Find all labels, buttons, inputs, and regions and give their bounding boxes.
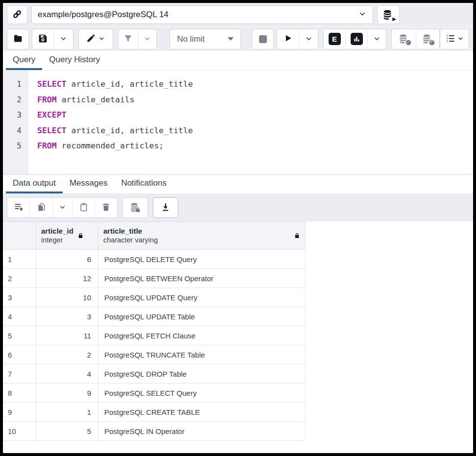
cell-article-title[interactable]: PostgreSQL DROP Table bbox=[98, 364, 306, 384]
column-header-article-title[interactable]: article_title character varying bbox=[98, 221, 306, 250]
table-row: 105PostgreSQL IN Operator bbox=[3, 422, 473, 441]
add-row-button[interactable] bbox=[7, 198, 30, 217]
cell-article-id[interactable]: 1 bbox=[36, 403, 98, 422]
cell-article-id[interactable]: 11 bbox=[36, 326, 98, 345]
explain-analyze-button[interactable] bbox=[345, 29, 367, 49]
cell-article-title[interactable]: PostgreSQL DELETE Query bbox=[98, 250, 306, 269]
line-number: 1 bbox=[3, 76, 22, 92]
delete-row-button[interactable] bbox=[95, 198, 117, 217]
table-row: 310PostgreSQL UPDATE Query bbox=[3, 288, 473, 307]
save-button[interactable] bbox=[32, 29, 54, 49]
stop-icon bbox=[259, 35, 267, 43]
commit-button[interactable]: ✓ bbox=[392, 29, 415, 49]
cell-article-title[interactable]: PostgreSQL IN Operator bbox=[98, 422, 306, 441]
connection-status-button[interactable] bbox=[7, 5, 27, 24]
cell-article-title[interactable]: PostgreSQL SELECT Query bbox=[98, 384, 306, 403]
row-number[interactable]: 6 bbox=[3, 345, 36, 364]
save-button-group bbox=[32, 29, 73, 49]
explain-badge: E bbox=[329, 33, 341, 45]
open-file-button[interactable] bbox=[7, 29, 29, 49]
cell-article-id[interactable]: 12 bbox=[36, 269, 98, 288]
row-limit-value: No limit bbox=[177, 34, 205, 44]
new-connection-database-icon: ▶ bbox=[382, 9, 394, 21]
download-results-button[interactable] bbox=[153, 197, 178, 218]
row-number[interactable]: 5 bbox=[3, 326, 36, 345]
cell-article-id[interactable]: 10 bbox=[36, 288, 98, 307]
column-header-article-id[interactable]: article_id integer bbox=[36, 221, 98, 250]
stop-button[interactable] bbox=[252, 29, 274, 49]
add-row-icon bbox=[14, 202, 24, 214]
cell-article-id[interactable]: 6 bbox=[36, 250, 98, 269]
row-number[interactable]: 9 bbox=[3, 403, 36, 422]
paste-icon bbox=[79, 202, 89, 214]
execute-dropdown-button[interactable] bbox=[299, 29, 318, 49]
explain-dropdown-button[interactable] bbox=[367, 29, 386, 49]
explain-button[interactable]: E bbox=[324, 29, 345, 49]
table-row: 91PostgreSQL CREATE TABLE bbox=[3, 403, 473, 422]
cell-article-title[interactable]: PostgreSQL CREATE TABLE bbox=[98, 403, 306, 422]
cell-article-title[interactable]: PostgreSQL BETWEEN Operator bbox=[98, 269, 306, 288]
sql-line: FROM recommended_articles; bbox=[37, 138, 193, 154]
cell-article-id[interactable]: 4 bbox=[36, 364, 98, 384]
cell-article-title[interactable]: PostgreSQL UPDATE Table bbox=[98, 307, 306, 326]
save-dropdown-button[interactable] bbox=[54, 29, 73, 49]
editor-tab-bar: Query Query History bbox=[3, 51, 473, 71]
paste-button[interactable] bbox=[72, 198, 95, 217]
row-number-header[interactable] bbox=[3, 221, 36, 250]
copy-button[interactable] bbox=[30, 198, 52, 217]
cell-article-id[interactable]: 3 bbox=[36, 307, 98, 326]
execute-button[interactable] bbox=[277, 29, 299, 49]
cell-article-id[interactable]: 9 bbox=[36, 384, 98, 403]
macros-button[interactable] bbox=[440, 29, 469, 49]
tab-query-history[interactable]: Query History bbox=[42, 51, 107, 70]
result-tab-bar: Data output Messages Notifications bbox=[3, 174, 473, 194]
cell-article-title[interactable]: PostgreSQL FETCH Clause bbox=[98, 326, 306, 345]
tab-notifications[interactable]: Notifications bbox=[114, 175, 173, 193]
row-number[interactable]: 1 bbox=[3, 250, 36, 269]
filter-dropdown-button[interactable] bbox=[138, 29, 157, 49]
tab-data-output[interactable]: Data output bbox=[6, 175, 63, 193]
chevron-down-icon bbox=[58, 203, 67, 213]
row-number[interactable]: 7 bbox=[3, 364, 36, 384]
sql-code[interactable]: SELECT article_id, article_titleFROM art… bbox=[28, 71, 193, 174]
chevron-down-icon bbox=[457, 35, 464, 44]
cell-article-id[interactable]: 5 bbox=[36, 422, 98, 441]
row-number[interactable]: 3 bbox=[3, 288, 36, 307]
triangle-down-icon bbox=[228, 37, 234, 41]
filter-button[interactable] bbox=[119, 29, 138, 49]
tab-query[interactable]: Query bbox=[6, 51, 42, 70]
sql-editor[interactable]: 12345 SELECT article_id, article_titleFR… bbox=[3, 71, 473, 174]
row-number[interactable]: 2 bbox=[3, 269, 36, 288]
connection-bar: example/postgres@PostgreSQL 14 ▶ bbox=[3, 3, 473, 26]
save-icon bbox=[38, 33, 48, 45]
table-row: 43PostgreSQL UPDATE Table bbox=[3, 307, 473, 326]
connection-selector[interactable]: example/postgres@PostgreSQL 14 bbox=[31, 5, 373, 24]
table-row: 74PostgreSQL DROP Table bbox=[3, 364, 473, 384]
save-data-changes-button[interactable] bbox=[122, 197, 148, 218]
grid-edit-button-group bbox=[7, 197, 118, 218]
tab-messages[interactable]: Messages bbox=[63, 175, 114, 193]
column-type: integer bbox=[41, 236, 73, 245]
copy-dropdown-button[interactable] bbox=[52, 198, 72, 217]
tab-notifications-label: Notifications bbox=[121, 178, 167, 188]
rollback-button[interactable]: ↶ bbox=[416, 29, 439, 49]
tab-query-label: Query bbox=[13, 55, 35, 65]
cell-article-title[interactable]: PostgreSQL UPDATE Query bbox=[98, 288, 306, 307]
row-number[interactable]: 10 bbox=[3, 422, 36, 441]
data-output-grid: article_id integer article_title charact… bbox=[3, 221, 473, 453]
edit-button[interactable] bbox=[79, 29, 113, 49]
row-number[interactable]: 4 bbox=[3, 307, 36, 326]
cell-article-title[interactable]: PostgreSQL TRUNCATE Table bbox=[98, 345, 306, 364]
copy-icon bbox=[37, 202, 47, 214]
line-number-gutter: 12345 bbox=[3, 71, 28, 174]
line-number: 2 bbox=[3, 92, 22, 108]
delete-icon bbox=[101, 202, 111, 213]
table-row: 89PostgreSQL SELECT Query bbox=[3, 384, 473, 403]
new-connection-button[interactable]: ▶ bbox=[377, 5, 400, 24]
cell-article-id[interactable]: 2 bbox=[36, 345, 98, 364]
main-toolbar: No limit E bbox=[3, 26, 473, 51]
row-number[interactable]: 8 bbox=[3, 384, 36, 403]
row-limit-select[interactable]: No limit bbox=[169, 29, 241, 49]
execute-button-group bbox=[277, 29, 318, 49]
check-icon: ✓ bbox=[405, 39, 412, 46]
